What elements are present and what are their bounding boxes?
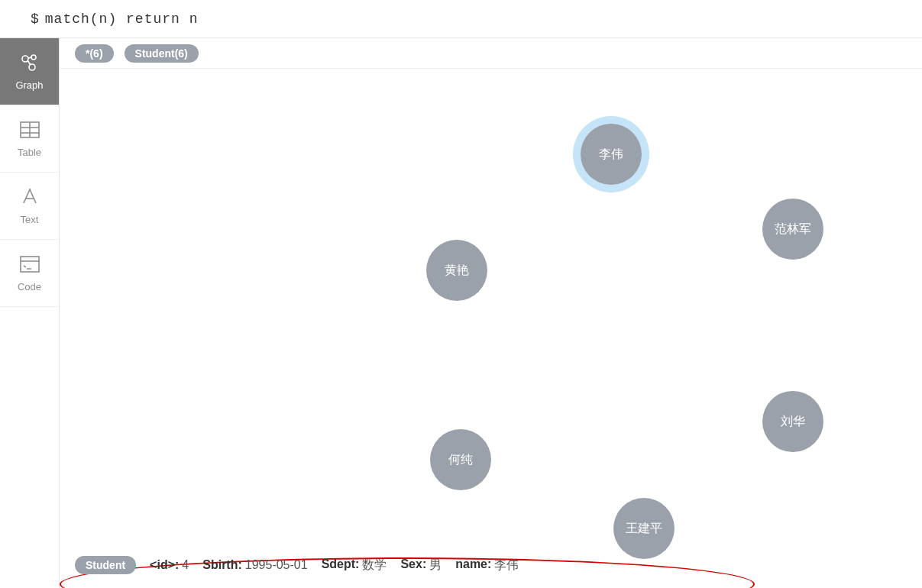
- svg-line-4: [28, 57, 31, 58]
- detail-value: 男: [429, 557, 442, 573]
- detail-prop: <id>: 4: [150, 558, 189, 572]
- sidebar-item-label: Graph: [15, 79, 43, 91]
- detail-value: 数学: [362, 557, 387, 573]
- detail-key: Sex:: [400, 557, 426, 573]
- detail-prop: Sbirth: 1995-05-01: [202, 558, 307, 572]
- graph-icon: [19, 52, 40, 73]
- graph-canvas[interactable]: 李伟 黄艳 范林军 何纯 王建平 刘华 Student <id>:: [60, 69, 922, 588]
- detail-key: Sdept:: [322, 557, 360, 573]
- graph-node[interactable]: 何纯: [430, 429, 491, 490]
- code-icon: [19, 254, 40, 275]
- detail-key: <id>:: [150, 558, 179, 572]
- detail-prop: name: 李伟: [455, 557, 519, 573]
- filter-pill-all[interactable]: *(6): [75, 44, 114, 63]
- query-text: match(n) return n: [45, 11, 199, 27]
- svg-point-1: [31, 55, 36, 60]
- detail-bar: Student <id>: 4 Sbirth: 1995-05-01 Sdept…: [75, 550, 907, 580]
- node-label: 李伟: [599, 147, 623, 163]
- table-icon: [19, 119, 40, 141]
- sidebar-item-text[interactable]: Text: [0, 173, 59, 240]
- content: *(6) Student(6) 李伟 黄艳 范林军 何纯 王建平 刘华: [60, 38, 922, 588]
- node-label: 何纯: [448, 452, 473, 468]
- query-bar[interactable]: $ match(n) return n: [0, 0, 922, 38]
- graph-node[interactable]: 黄艳: [426, 240, 487, 301]
- sidebar-item-code[interactable]: Code: [0, 240, 59, 307]
- text-icon: [19, 186, 40, 208]
- main-area: Graph Table Text: [0, 38, 922, 588]
- query-prompt: $: [31, 11, 39, 27]
- sidebar: Graph Table Text: [0, 38, 60, 588]
- detail-value: 4: [182, 558, 189, 572]
- graph-node[interactable]: 刘华: [762, 391, 823, 452]
- graph-node[interactable]: 李伟: [581, 124, 642, 185]
- node-label: 王建平: [626, 521, 662, 537]
- detail-key: Sbirth:: [202, 558, 242, 572]
- detail-prop: Sex: 男: [400, 557, 442, 573]
- node-label: 黄艳: [445, 263, 469, 279]
- sidebar-item-graph[interactable]: Graph: [0, 38, 59, 105]
- detail-value: 李伟: [494, 557, 519, 573]
- svg-rect-10: [21, 257, 39, 272]
- svg-line-3: [27, 60, 31, 65]
- node-label: 范林军: [775, 221, 811, 237]
- filter-pill-student[interactable]: Student(6): [125, 44, 199, 63]
- detail-value: 1995-05-01: [245, 558, 308, 572]
- graph-node[interactable]: 范林军: [762, 199, 823, 260]
- detail-label-pill[interactable]: Student: [75, 556, 136, 574]
- node-label: 刘华: [781, 414, 805, 430]
- detail-key: name:: [455, 557, 491, 573]
- sidebar-item-label: Text: [21, 214, 39, 225]
- sidebar-item-table[interactable]: Table: [0, 105, 59, 173]
- sidebar-item-label: Code: [18, 281, 41, 292]
- detail-prop: Sdept: 数学: [322, 557, 387, 573]
- sidebar-item-label: Table: [18, 147, 41, 158]
- filter-row: *(6) Student(6): [60, 38, 922, 69]
